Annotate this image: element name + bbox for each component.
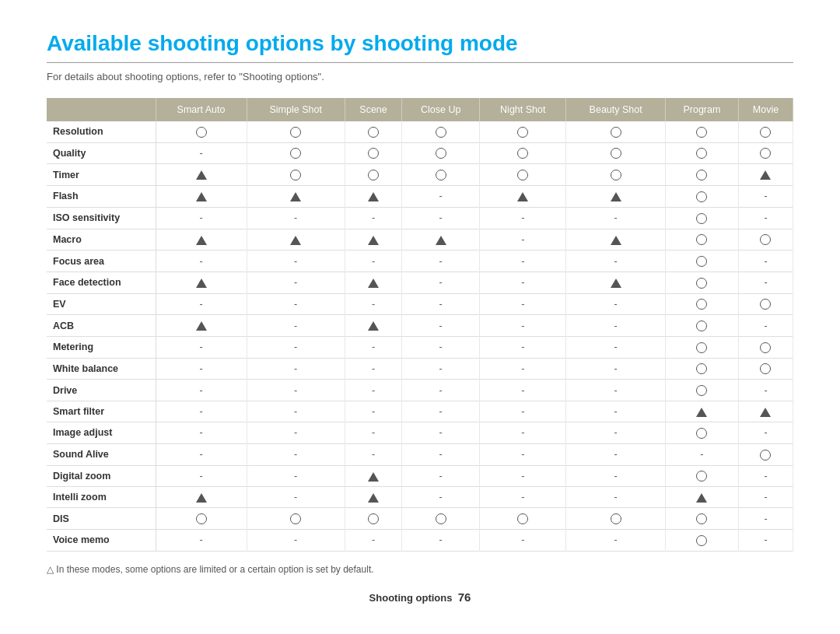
dash-icon: - — [294, 299, 297, 310]
dash-icon: - — [614, 256, 618, 267]
cell-value: - — [480, 293, 566, 315]
cell-value: - — [156, 207, 247, 229]
cell-value: - — [402, 465, 480, 487]
cell-value — [665, 337, 738, 359]
cell-value — [665, 293, 738, 315]
table-row: Resolution — [47, 121, 793, 142]
cell-value: - — [345, 443, 401, 465]
cell-value: - — [402, 380, 480, 401]
cell-value — [665, 487, 738, 508]
row-label: Digital zoom — [47, 465, 156, 487]
circle-icon — [196, 127, 207, 138]
cell-value — [156, 186, 247, 208]
dash-icon: - — [294, 534, 297, 545]
dash-icon: - — [764, 385, 767, 396]
circle-icon — [611, 127, 621, 138]
cell-value: - — [247, 337, 345, 359]
cell-value — [345, 186, 401, 208]
dash-icon: - — [521, 234, 524, 245]
cell-value — [247, 121, 345, 142]
cell-value: - — [402, 401, 480, 422]
cell-value — [665, 121, 738, 142]
dash-icon: - — [439, 342, 443, 352]
dash-icon: - — [439, 427, 443, 438]
cell-value: - — [247, 315, 345, 337]
cell-value: - — [247, 465, 345, 487]
cell-value: - — [345, 250, 401, 272]
triangle-icon — [436, 236, 446, 245]
cell-value — [566, 164, 665, 186]
triangle-icon — [368, 236, 379, 245]
circle-icon — [696, 535, 707, 546]
cell-value: - — [345, 207, 401, 229]
triangle-icon — [196, 192, 207, 201]
cell-value — [402, 121, 480, 142]
cell-value: - — [156, 529, 247, 551]
triangle-icon — [196, 321, 207, 331]
cell-value: - — [402, 358, 480, 380]
cell-value: - — [247, 422, 345, 444]
dash-icon: - — [521, 342, 524, 352]
cell-value: - — [247, 401, 345, 422]
dash-icon: - — [521, 406, 524, 417]
shooting-options-table: Smart AutoSimple ShotSceneClose UpNight … — [47, 98, 793, 552]
cell-value: - — [247, 207, 345, 229]
cell-value: - — [156, 358, 247, 380]
footnote: △ In these modes, some options are limit… — [47, 564, 793, 575]
cell-value: - — [566, 422, 665, 444]
cell-value — [345, 164, 401, 186]
subtitle: For details about shooting options, refe… — [47, 71, 793, 82]
dash-icon: - — [439, 277, 443, 288]
cell-value — [247, 508, 345, 530]
dash-icon: - — [439, 212, 443, 223]
circle-icon — [760, 234, 771, 245]
circle-icon — [760, 127, 771, 138]
dash-icon: - — [372, 449, 375, 460]
cell-value — [402, 142, 480, 164]
dash-icon: - — [614, 299, 618, 310]
cell-value — [665, 207, 738, 229]
cell-value: - — [345, 337, 401, 359]
cell-value: - — [480, 443, 566, 465]
circle-icon — [760, 363, 771, 374]
cell-value — [402, 164, 480, 186]
cell-value: - — [566, 315, 665, 337]
cell-value — [665, 142, 738, 164]
cell-value: - — [738, 529, 793, 551]
cell-value: - — [480, 380, 566, 401]
triangle-icon — [196, 236, 207, 245]
dash-icon: - — [439, 492, 443, 503]
cell-value — [156, 487, 247, 508]
circle-icon — [196, 513, 207, 524]
table-row: Image adjust------- — [47, 422, 793, 444]
dash-icon: - — [199, 449, 202, 460]
cell-value — [665, 465, 738, 487]
row-label: Intelli zoom — [47, 487, 156, 508]
dash-icon: - — [372, 385, 375, 396]
dash-icon: - — [521, 534, 524, 545]
row-label: DIS — [47, 508, 156, 530]
circle-icon — [696, 513, 707, 524]
dash-icon: - — [614, 363, 618, 374]
circle-icon — [696, 170, 707, 180]
dash-icon: - — [764, 212, 767, 223]
dash-icon: - — [199, 406, 202, 417]
triangle-icon — [368, 472, 379, 482]
cell-value: - — [480, 207, 566, 229]
circle-icon — [517, 513, 528, 524]
dash-icon: - — [199, 471, 202, 482]
circle-icon — [290, 513, 301, 524]
row-label: ACB — [47, 315, 156, 337]
column-header-beauty-shot: Beauty Shot — [566, 98, 665, 121]
cell-value: - — [402, 186, 480, 208]
dash-icon: - — [521, 427, 524, 438]
dash-icon: - — [294, 212, 297, 223]
dash-icon: - — [439, 471, 443, 482]
triangle-icon — [196, 278, 207, 288]
cell-value: - — [480, 465, 566, 487]
cell-value — [738, 443, 793, 465]
cell-value: - — [738, 315, 793, 337]
cell-value — [566, 121, 665, 142]
dash-icon: - — [614, 406, 618, 417]
cell-value: - — [247, 293, 345, 315]
